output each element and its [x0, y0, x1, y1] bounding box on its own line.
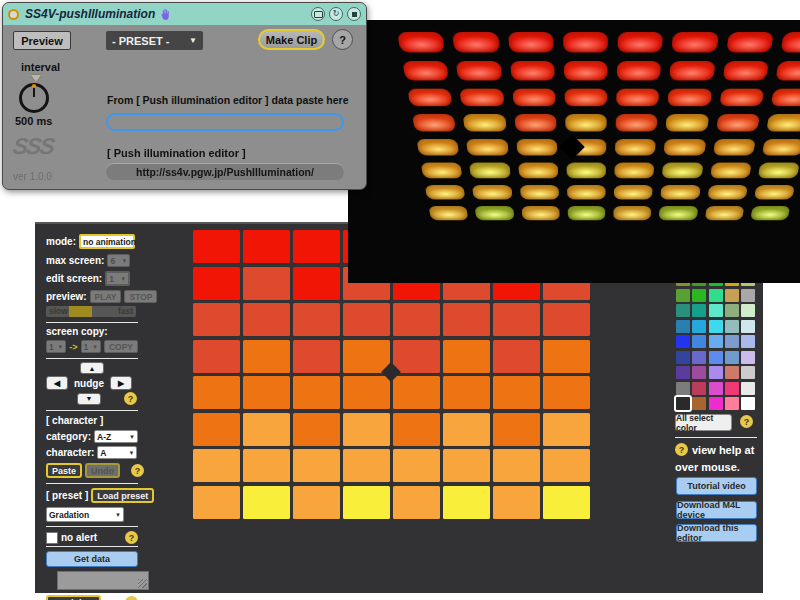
palette-swatch[interactable]	[741, 397, 755, 410]
speed-slider-handle[interactable]	[69, 306, 92, 317]
pad-cell[interactable]	[543, 413, 590, 446]
pad-cell[interactable]	[443, 449, 490, 482]
palette-swatch[interactable]	[692, 351, 706, 364]
pad-cell[interactable]	[343, 486, 390, 519]
pad-cell[interactable]	[193, 230, 240, 263]
palette-swatch[interactable]	[676, 366, 690, 379]
pad-cell[interactable]	[343, 413, 390, 446]
palette-swatch[interactable]	[709, 397, 723, 410]
palette-swatch[interactable]	[692, 335, 706, 348]
pad-cell[interactable]	[393, 340, 440, 373]
pad-cell[interactable]	[243, 413, 290, 446]
palette-swatch[interactable]	[709, 289, 723, 302]
pad-cell[interactable]	[443, 303, 490, 336]
palette-swatch[interactable]	[692, 366, 706, 379]
palette-swatch[interactable]	[725, 351, 739, 364]
palette-swatch[interactable]	[725, 320, 739, 333]
preset-dropdown[interactable]: - PRESET - ▼	[106, 31, 203, 50]
palette-swatch[interactable]	[676, 382, 690, 395]
pad-cell[interactable]	[193, 340, 240, 373]
pad-cell[interactable]	[193, 413, 240, 446]
pad-cell[interactable]	[293, 376, 340, 409]
pad-cell[interactable]	[293, 449, 340, 482]
download-m4l-device-button[interactable]: Download M4L device	[676, 501, 757, 519]
window-titlebar[interactable]: SS4V-pushIllumination ↻	[3, 3, 366, 25]
pad-cell[interactable]	[493, 340, 540, 373]
paste-data-input[interactable]	[106, 113, 344, 131]
pad-cell[interactable]	[493, 413, 540, 446]
pad-cell[interactable]	[443, 486, 490, 519]
nudge-up-button[interactable]: ▲	[80, 362, 104, 374]
palette-swatch[interactable]	[676, 320, 690, 333]
palette-swatch[interactable]	[725, 382, 739, 395]
data-textarea[interactable]	[57, 571, 149, 590]
palette-swatch[interactable]	[676, 335, 690, 348]
pad-cell[interactable]	[243, 340, 290, 373]
patching-mode-icon[interactable]: ↻	[329, 7, 343, 21]
pad-cell[interactable]	[493, 376, 540, 409]
character-help-icon[interactable]: ?	[131, 464, 144, 477]
pad-cell[interactable]	[293, 303, 340, 336]
palette-swatch[interactable]	[741, 335, 755, 348]
no-alert-help-icon[interactable]: ?	[125, 531, 138, 544]
power-status-icon[interactable]	[8, 9, 19, 20]
palette-swatch[interactable]	[741, 366, 755, 379]
editor-url-link[interactable]: http://ss4v.pgw.jp/PushIllumination/	[106, 163, 344, 180]
pad-cell[interactable]	[543, 486, 590, 519]
pad-cell[interactable]	[443, 376, 490, 409]
palette-swatch[interactable]	[709, 304, 723, 317]
palette-swatch[interactable]	[676, 304, 690, 317]
palette-swatch[interactable]	[692, 320, 706, 333]
palette-swatch[interactable]	[725, 335, 739, 348]
palette-swatch[interactable]	[741, 289, 755, 302]
character-dropdown[interactable]: A ▼	[97, 446, 137, 459]
nudge-left-button[interactable]: ◀	[46, 376, 68, 390]
pad-cell[interactable]	[493, 449, 540, 482]
copy-button[interactable]: COPY	[104, 340, 138, 353]
pad-cell[interactable]	[193, 267, 240, 300]
palette-swatch[interactable]	[709, 382, 723, 395]
pad-cell[interactable]	[243, 303, 290, 336]
copy-from-dropdown[interactable]: 1 ▼	[46, 340, 66, 353]
palette-swatch[interactable]	[741, 382, 755, 395]
undo-button[interactable]: Undo	[85, 463, 120, 478]
pad-cell[interactable]	[393, 486, 440, 519]
mode-dropdown[interactable]: no animation ▼	[79, 234, 135, 249]
palette-swatch[interactable]	[692, 289, 706, 302]
all-select-color-button[interactable]: All select color	[675, 414, 732, 431]
speed-slider[interactable]: slow fast	[46, 306, 136, 317]
play-button[interactable]: PLAY	[90, 290, 122, 303]
copy-to-dropdown[interactable]: 1 ▼	[81, 340, 101, 353]
category-dropdown[interactable]: A-Z ▼	[94, 430, 138, 443]
load-data-help-icon[interactable]: ?	[125, 596, 138, 600]
tutorial-video-button[interactable]: Tutorial video	[676, 477, 757, 495]
preset-dropdown[interactable]: Gradation ▼	[46, 507, 124, 522]
pad-cell[interactable]	[293, 267, 340, 300]
palette-swatch[interactable]	[709, 335, 723, 348]
nudge-down-button[interactable]: ▼	[77, 393, 101, 405]
nudge-help-icon[interactable]: ?	[124, 392, 137, 405]
palette-swatch[interactable]	[741, 320, 755, 333]
edit-screen-dropdown[interactable]: 1 ▼	[105, 271, 130, 286]
pad-cell[interactable]	[393, 449, 440, 482]
pad-cell[interactable]	[293, 486, 340, 519]
pad-cell[interactable]	[343, 303, 390, 336]
nudge-right-button[interactable]: ▶	[110, 376, 132, 390]
make-clip-button[interactable]: Make Clip	[258, 29, 325, 50]
load-data-button[interactable]: Load data	[46, 595, 101, 600]
palette-swatch[interactable]	[725, 289, 739, 302]
palette-swatch[interactable]	[709, 366, 723, 379]
palette-swatch[interactable]	[692, 397, 706, 410]
palette-swatch[interactable]	[741, 351, 755, 364]
pad-cell[interactable]	[343, 376, 390, 409]
pad-cell[interactable]	[193, 303, 240, 336]
pad-cell[interactable]	[343, 340, 390, 373]
pad-cell[interactable]	[243, 486, 290, 519]
pad-cell[interactable]	[243, 449, 290, 482]
pad-cell[interactable]	[443, 413, 490, 446]
interval-knob[interactable]	[19, 83, 49, 113]
paste-button[interactable]: Paste	[46, 463, 82, 478]
palette-swatch[interactable]	[692, 304, 706, 317]
pad-cell[interactable]	[443, 340, 490, 373]
pad-cell[interactable]	[393, 413, 440, 446]
